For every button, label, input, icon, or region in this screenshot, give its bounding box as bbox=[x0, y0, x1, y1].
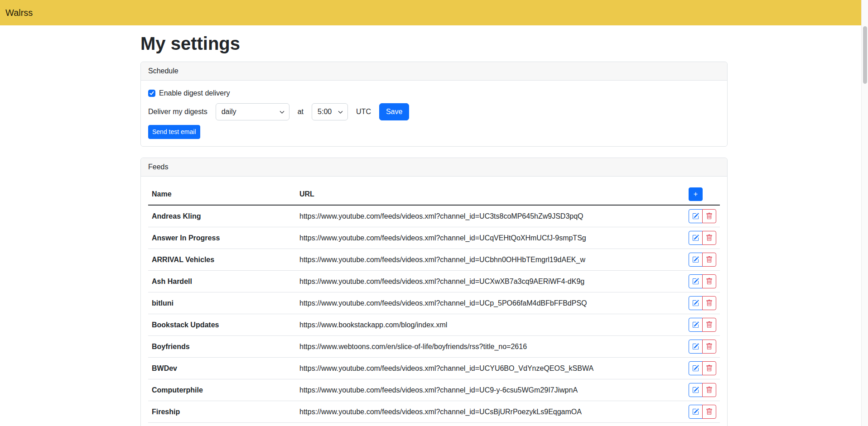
feed-name: Boyfriends bbox=[148, 336, 296, 358]
pencil-square-icon bbox=[692, 256, 699, 263]
frequency-select[interactable]: daily bbox=[216, 103, 289, 120]
pencil-square-icon bbox=[692, 321, 699, 328]
feed-url: https://www.youtube.com/feeds/videos.xml… bbox=[296, 249, 685, 271]
send-test-email-button[interactable]: Send test email bbox=[148, 125, 200, 139]
feed-actions-group bbox=[689, 361, 716, 375]
edit-feed-button[interactable] bbox=[689, 253, 703, 267]
feed-actions-group bbox=[689, 209, 716, 223]
delete-feed-button[interactable] bbox=[702, 340, 716, 354]
frequency-select-value: daily bbox=[222, 108, 236, 116]
feed-actions-group bbox=[689, 340, 716, 354]
feed-name: bitluni bbox=[148, 292, 296, 314]
table-row: Fireship https://www.youtube.com/feeds/v… bbox=[148, 401, 720, 423]
pencil-square-icon bbox=[692, 387, 699, 393]
feed-name: Bookstack Updates bbox=[148, 314, 296, 336]
feed-url: https://www.webtoons.com/en/slice-of-lif… bbox=[296, 336, 685, 358]
trash-icon bbox=[706, 278, 713, 285]
delete-feed-button[interactable] bbox=[702, 253, 716, 267]
edit-feed-button[interactable] bbox=[689, 231, 703, 245]
pencil-square-icon bbox=[692, 408, 699, 415]
feeds-table: Name URL + Andreas Kling https://www.you… bbox=[148, 184, 720, 426]
feed-actions bbox=[685, 314, 720, 336]
feed-actions bbox=[685, 358, 720, 379]
trash-icon bbox=[706, 321, 713, 328]
enable-digest-row: Enable digest delivery bbox=[148, 88, 720, 99]
edit-feed-button[interactable] bbox=[689, 296, 703, 310]
enable-digest-checkbox[interactable] bbox=[148, 90, 155, 97]
trash-icon bbox=[706, 300, 713, 306]
table-row: Andreas Kling https://www.youtube.com/fe… bbox=[148, 205, 720, 227]
delete-feed-button[interactable] bbox=[702, 296, 716, 310]
feed-name: ARRIVAL Vehicles bbox=[148, 249, 296, 271]
feed-name: Andreas Kling bbox=[148, 205, 296, 227]
edit-feed-button[interactable] bbox=[689, 383, 703, 397]
pencil-square-icon bbox=[692, 235, 699, 241]
feed-url: https://www.bookstackapp.com/blog/index.… bbox=[296, 314, 685, 336]
feed-actions-group bbox=[689, 231, 716, 245]
deliver-label: Deliver my digests bbox=[148, 108, 207, 116]
feed-url: https://www.youtube.com/feeds/videos.xml… bbox=[296, 205, 685, 227]
schedule-card-header: Schedule bbox=[141, 62, 727, 81]
feed-name: Ash Hardell bbox=[148, 271, 296, 292]
trash-icon bbox=[706, 365, 713, 372]
time-select[interactable]: 5:00 bbox=[312, 103, 348, 120]
timezone-label: UTC bbox=[356, 108, 371, 116]
edit-feed-button[interactable] bbox=[689, 405, 703, 419]
scrollbar[interactable] bbox=[861, 0, 868, 426]
trash-icon bbox=[706, 213, 713, 220]
edit-feed-button[interactable] bbox=[689, 340, 703, 354]
delete-feed-button[interactable] bbox=[702, 209, 716, 223]
feeds-card-header: Feeds bbox=[141, 158, 727, 177]
feed-actions bbox=[685, 292, 720, 314]
feed-url: https://www.youtube.com/feeds/videos.xml… bbox=[296, 358, 685, 379]
feeds-table-body: Andreas Kling https://www.youtube.com/fe… bbox=[148, 205, 720, 426]
feed-actions bbox=[685, 379, 720, 401]
column-header-actions: + bbox=[685, 184, 720, 205]
delete-feed-button[interactable] bbox=[702, 231, 716, 245]
delete-feed-button[interactable] bbox=[702, 405, 716, 419]
main-container: My settings Schedule Enable digest deliv… bbox=[135, 33, 733, 426]
enable-digest-label[interactable]: Enable digest delivery bbox=[159, 88, 230, 99]
column-header-url: URL bbox=[296, 184, 685, 205]
chevron-down-icon bbox=[338, 110, 343, 115]
page-title: My settings bbox=[140, 33, 728, 54]
feed-name: Fireship bbox=[148, 401, 296, 423]
feed-actions-group bbox=[689, 253, 716, 267]
edit-feed-button[interactable] bbox=[689, 361, 703, 375]
edit-feed-button[interactable] bbox=[689, 209, 703, 223]
save-button[interactable]: Save bbox=[379, 103, 409, 120]
delete-feed-button[interactable] bbox=[702, 361, 716, 375]
feed-actions bbox=[685, 227, 720, 249]
brand-link[interactable]: Walrss bbox=[5, 8, 33, 18]
table-row: GothamChess https://www.youtube.com/feed… bbox=[148, 423, 720, 426]
column-header-name: Name bbox=[148, 184, 296, 205]
table-row: Answer In Progress https://www.youtube.c… bbox=[148, 227, 720, 249]
trash-icon bbox=[706, 235, 713, 241]
table-row: Boyfriends https://www.webtoons.com/en/s… bbox=[148, 336, 720, 358]
table-row: BWDev https://www.youtube.com/feeds/vide… bbox=[148, 358, 720, 379]
feed-url: https://www.youtube.com/feeds/videos.xml… bbox=[296, 379, 685, 401]
feed-url: https://www.youtube.com/feeds/videos.xml… bbox=[296, 423, 685, 426]
feed-url: https://www.youtube.com/feeds/videos.xml… bbox=[296, 227, 685, 249]
at-label: at bbox=[298, 108, 304, 116]
feed-actions bbox=[685, 336, 720, 358]
edit-feed-button[interactable] bbox=[689, 318, 703, 332]
feed-url: https://www.youtube.com/feeds/videos.xml… bbox=[296, 271, 685, 292]
navbar: Walrss bbox=[0, 0, 868, 25]
add-feed-button[interactable]: + bbox=[689, 187, 703, 201]
scrollbar-thumb[interactable] bbox=[863, 26, 867, 84]
delivery-controls-row: Deliver my digests daily at 5:00 UTC Sav… bbox=[148, 103, 720, 120]
feed-name: BWDev bbox=[148, 358, 296, 379]
delete-feed-button[interactable] bbox=[702, 274, 716, 288]
schedule-card-body: Enable digest delivery Deliver my digest… bbox=[141, 81, 727, 146]
table-row: Computerphile https://www.youtube.com/fe… bbox=[148, 379, 720, 401]
delete-feed-button[interactable] bbox=[702, 318, 716, 332]
delete-feed-button[interactable] bbox=[702, 383, 716, 397]
trash-icon bbox=[706, 408, 713, 415]
pencil-square-icon bbox=[692, 365, 699, 372]
trash-icon bbox=[706, 256, 713, 263]
feed-actions bbox=[685, 271, 720, 292]
pencil-square-icon bbox=[692, 300, 699, 306]
table-row: ARRIVAL Vehicles https://www.youtube.com… bbox=[148, 249, 720, 271]
edit-feed-button[interactable] bbox=[689, 274, 703, 288]
